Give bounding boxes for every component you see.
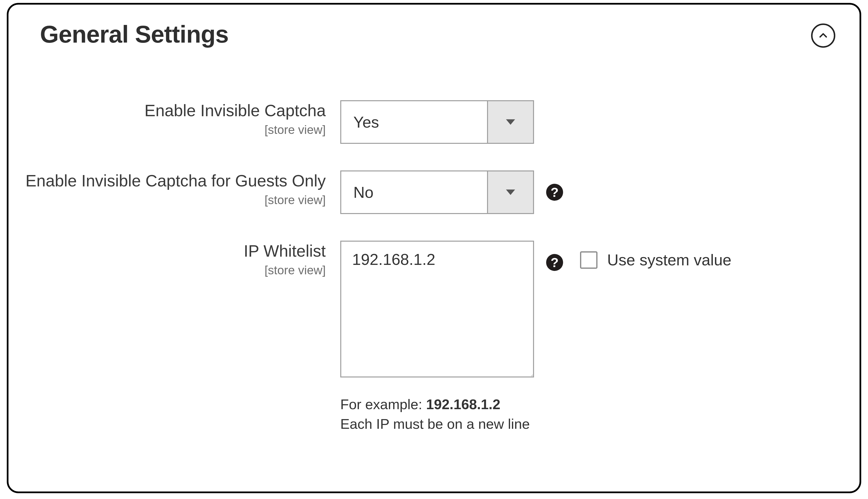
question-mark-icon: ? (551, 256, 559, 269)
field-label: Enable Invisible Captcha for Guests Only (9, 170, 326, 191)
select-dropdown-button[interactable] (487, 101, 533, 143)
general-settings-panel: General Settings Enable Invisible Captch… (7, 3, 861, 493)
hint-text-line2: Each IP must be on a new line (340, 414, 530, 434)
caret-down-icon (505, 118, 516, 126)
svg-marker-1 (506, 190, 515, 195)
use-system-value-checkbox[interactable] (580, 251, 598, 269)
field-label: IP Whitelist (9, 241, 326, 261)
help-tooltip-button[interactable]: ? (546, 254, 563, 271)
section-title: General Settings (40, 19, 229, 49)
help-tooltip-button[interactable]: ? (546, 184, 563, 201)
caret-down-icon (505, 188, 516, 196)
field-enable-guests-only: Enable Invisible Captcha for Guests Only… (9, 170, 835, 214)
use-system-value-label: Use system value (607, 251, 732, 269)
scope-label: [store view] (9, 123, 326, 137)
select-dropdown-button[interactable] (487, 171, 533, 213)
hint-text: For example: (340, 396, 426, 412)
scope-label: [store view] (9, 193, 326, 207)
field-ip-whitelist: IP Whitelist [store view] ? Use system v… (9, 241, 835, 377)
scope-label: [store view] (9, 263, 326, 277)
field-enable-invisible-captcha: Enable Invisible Captcha [store view] Ye… (9, 100, 835, 144)
collapse-section-button[interactable] (811, 24, 835, 48)
chevron-up-icon (818, 30, 829, 41)
select-value: No (341, 171, 487, 213)
enable-invisible-captcha-select[interactable]: Yes (340, 100, 534, 144)
question-mark-icon: ? (551, 186, 559, 199)
select-value: Yes (341, 101, 487, 143)
ip-whitelist-textarea[interactable] (340, 241, 534, 377)
field-label: Enable Invisible Captcha (9, 100, 326, 121)
ip-whitelist-hint: For example: 192.168.1.2 Each IP must be… (340, 394, 530, 434)
hint-example: 192.168.1.2 (426, 396, 501, 412)
enable-guests-only-select[interactable]: No (340, 170, 534, 214)
svg-marker-0 (506, 119, 515, 125)
use-system-value-toggle[interactable]: Use system value (580, 251, 732, 269)
